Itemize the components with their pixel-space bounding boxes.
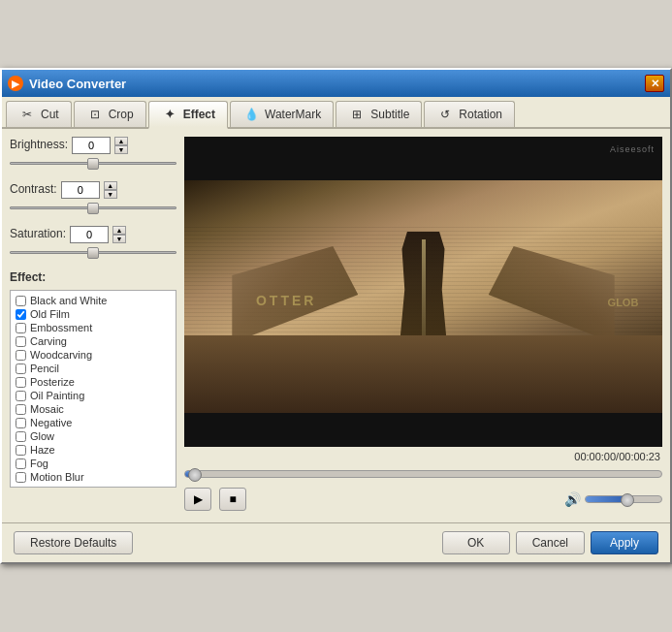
checkbox-posterize[interactable] [16,377,26,388]
tab-subtitle[interactable]: ⊞ Subtitle [336,101,422,127]
right-buttons: OK Cancel Apply [442,531,658,554]
checkbox-haze[interactable] [16,445,26,456]
video-otter-text: OTTER [256,293,316,308]
saturation-down[interactable]: ▼ [112,235,126,243]
brightness-input[interactable] [72,137,111,154]
time-display: 00:00:00 / 00:00:23 [186,451,660,462]
effect-label-embossment: Embossment [30,322,92,333]
saturation-slider[interactable] [10,245,176,259]
tab-watermark[interactable]: 💧 WaterMark [230,101,334,127]
contrast-thumb[interactable] [87,203,99,214]
checkbox-woodcarving[interactable] [16,350,26,361]
play-button[interactable]: ▶ [184,488,211,511]
effect-label-woodcarving: Woodcarving [30,349,92,361]
title-bar: ▶ Video Converter ✕ [2,70,670,97]
brightness-row: Brightness: ▲ ▼ [10,137,176,154]
video-bottom-band [184,413,662,447]
saturation-row: Saturation: ▲ ▼ [10,226,176,243]
effect-label-old-film: Old Film [30,308,70,320]
effect-item-posterize[interactable]: Posterize [14,375,173,389]
brightness-spinner: ▲ ▼ [114,137,128,154]
effect-item-black-white[interactable]: Black and White [14,294,173,307]
tab-cut-label: Cut [41,108,59,121]
brightness-down[interactable]: ▼ [114,145,128,154]
effect-item-embossment[interactable]: Embossment [14,321,173,334]
app-icon: ▶ [8,76,23,91]
checkbox-carving[interactable] [16,336,26,347]
cut-icon: ✂ [18,106,36,123]
effect-item-negative[interactable]: Negative [14,416,173,429]
tab-effect-label: Effect [183,108,215,121]
effect-item-oil-painting[interactable]: Oil Painting [14,389,173,402]
checkbox-old-film[interactable] [16,309,26,320]
contrast-spinner: ▲ ▼ [104,181,117,199]
effect-label-haze: Haze [30,444,55,456]
saturation-spinner: ▲ ▼ [112,226,126,243]
checkbox-fog[interactable] [16,458,26,469]
video-glob-text: GLOB [608,297,639,308]
brightness-slider[interactable] [10,156,176,170]
brightness-thumb[interactable] [87,158,99,170]
tab-rotation[interactable]: ↺ Rotation [424,101,515,127]
effect-item-mosaic[interactable]: Mosaic [14,402,173,416]
contrast-up[interactable]: ▲ [104,181,117,190]
rotation-icon: ↺ [436,106,454,123]
cancel-button[interactable]: Cancel [516,531,585,554]
saturation-input[interactable] [70,226,109,243]
contrast-down[interactable]: ▼ [104,190,117,199]
checkbox-mosaic[interactable] [16,404,26,415]
volume-slider[interactable] [585,495,662,503]
progress-handle[interactable] [188,468,202,482]
bottom-bar: Restore Defaults OK Cancel Apply [2,522,670,562]
right-panel: OTTER GLOB Aiseesoft 00:00:00 / 00:00:23 [184,137,662,511]
restore-defaults-button[interactable]: Restore Defaults [14,531,133,554]
saturation-label: Saturation: [10,227,66,240]
brightness-up[interactable]: ▲ [114,137,128,145]
brightness-group: Brightness: ▲ ▼ [10,137,176,170]
effect-item-glow[interactable]: Glow [14,429,173,443]
contrast-group: Contrast: ▲ ▼ [10,181,176,214]
checkbox-embossment[interactable] [16,323,26,333]
brightness-label: Brightness: [10,138,68,151]
video-progress-bar[interactable] [184,470,662,478]
tab-crop[interactable]: ⊡ Crop [74,101,146,127]
saturation-group: Saturation: ▲ ▼ [10,226,176,259]
effect-label-negative: Negative [30,417,72,428]
effect-label-glow: Glow [30,430,54,442]
checkbox-black-white[interactable] [16,296,26,306]
saturation-thumb[interactable] [87,247,99,259]
checkbox-negative[interactable] [16,418,26,428]
checkbox-pencil[interactable] [16,363,26,374]
ok-button[interactable]: OK [442,531,510,554]
effect-item-fog[interactable]: Fog [14,457,173,470]
effect-label-pencil: Pencil [30,363,59,374]
effect-item-pencil[interactable]: Pencil [14,362,173,375]
contrast-slider[interactable] [10,201,176,214]
volume-icon: 🔊 [564,491,581,507]
stop-button[interactable]: ■ [219,488,246,511]
tab-rotation-label: Rotation [459,108,502,121]
checkbox-motion-blur[interactable] [16,472,26,483]
subtitle-icon: ⊞ [348,106,366,123]
crop-icon: ⊡ [86,106,104,123]
effect-item-haze[interactable]: Haze [14,443,173,457]
watermark-icon: 💧 [242,106,260,123]
checkbox-glow[interactable] [16,431,26,442]
tab-subtitle-label: Subtitle [370,108,409,121]
contrast-label: Contrast: [10,182,57,196]
effect-item-motion-blur[interactable]: Motion Blur [14,470,173,484]
main-window: ▶ Video Converter ✕ ✂ Cut ⊡ Crop ✦ Effec… [0,68,672,564]
effect-label-carving: Carving [30,335,67,347]
apply-button[interactable]: Apply [591,531,658,554]
tab-bar: ✂ Cut ⊡ Crop ✦ Effect 💧 WaterMark ⊞ Subt… [2,97,670,129]
close-button[interactable]: ✕ [645,75,664,92]
tab-cut[interactable]: ✂ Cut [6,101,72,127]
effect-item-old-film[interactable]: Old Film [14,307,173,321]
volume-handle[interactable] [621,493,634,507]
effect-item-carving[interactable]: Carving [14,334,173,348]
effect-item-woodcarving[interactable]: Woodcarving [14,348,173,362]
tab-effect[interactable]: ✦ Effect [148,101,228,129]
saturation-up[interactable]: ▲ [112,226,126,235]
contrast-input[interactable] [61,181,100,199]
checkbox-oil-painting[interactable] [16,391,26,401]
